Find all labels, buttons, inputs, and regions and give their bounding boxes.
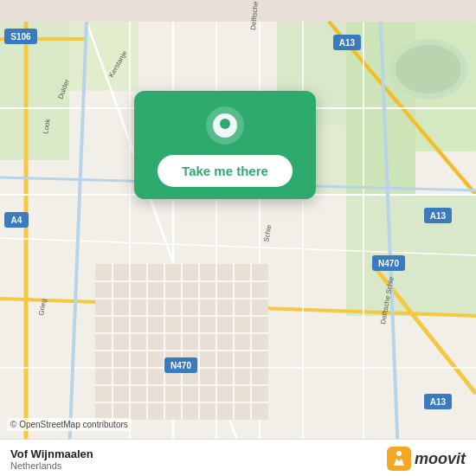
svg-text:A13: A13 [339,38,356,48]
map-attribution: © OpenStreetMap contributors [7,418,132,431]
location-popup: Take me there [134,91,316,199]
svg-rect-6 [346,195,476,316]
take-me-there-button[interactable]: Take me there [158,155,293,187]
svg-rect-73 [387,447,411,471]
svg-text:A4: A4 [11,215,23,225]
svg-text:N470: N470 [170,361,191,370]
bottom-bar: Vof Wijnmaalen Netherlands moovit [0,439,476,476]
svg-point-69 [396,45,461,93]
map-background: S106 A13 A13 A13 N470 N470 A4 Dulder Loo… [0,0,476,476]
location-pin-icon [206,106,244,145]
svg-point-74 [396,451,402,456]
svg-rect-8 [69,22,138,91]
moovit-text: moovit [415,450,466,468]
location-country: Netherlands [10,460,93,471]
moovit-logo[interactable]: moovit [387,447,466,471]
svg-text:S106: S106 [10,32,31,42]
location-title: Vof Wijnmaalen [10,447,93,460]
svg-text:N470: N470 [378,259,399,268]
location-info: Vof Wijnmaalen Netherlands [10,447,93,471]
svg-text:A13: A13 [430,211,447,221]
map-container: S106 A13 A13 A13 N470 N470 A4 Dulder Loo… [0,0,476,476]
svg-text:A13: A13 [430,397,447,407]
moovit-icon [387,447,411,471]
